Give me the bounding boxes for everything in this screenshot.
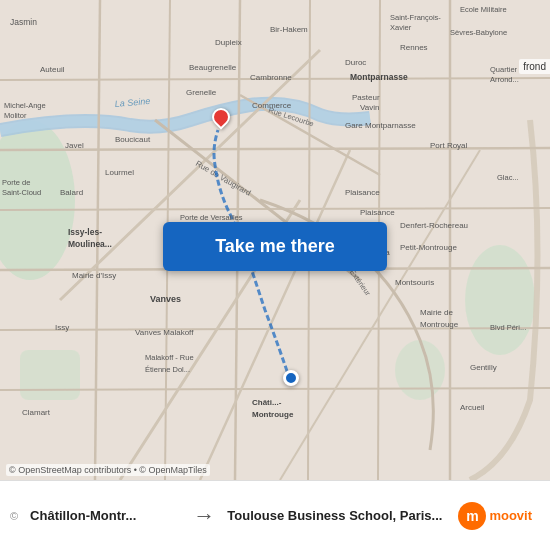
svg-text:Grenelle: Grenelle (186, 88, 217, 97)
svg-text:Auteuil: Auteuil (40, 65, 65, 74)
destination-marker (212, 108, 230, 126)
svg-text:Rennes: Rennes (400, 43, 428, 52)
svg-text:Lourmel: Lourmel (105, 168, 134, 177)
moovit-text: moovit (489, 508, 532, 523)
svg-text:Michel-Ange: Michel-Ange (4, 101, 46, 110)
svg-text:Gare Montparnasse: Gare Montparnasse (345, 121, 416, 130)
svg-text:Molitor: Molitor (4, 111, 27, 120)
svg-text:Petit-Montrouge: Petit-Montrouge (400, 243, 457, 252)
svg-text:Jasmin: Jasmin (10, 17, 37, 27)
svg-text:Vanves Malakoff: Vanves Malakoff (135, 328, 194, 337)
origin-marker (283, 370, 299, 386)
svg-text:Arcueil: Arcueil (460, 403, 485, 412)
moovit-logo: m moovit (450, 502, 540, 530)
top-right-credit: frond (519, 59, 550, 74)
svg-text:Porte de: Porte de (2, 178, 30, 187)
origin-station-name: Châtillon-Montr... (30, 508, 181, 523)
svg-text:Châti...-: Châti...- (252, 398, 282, 407)
moovit-icon: m (458, 502, 486, 530)
svg-text:Montparnasse: Montparnasse (350, 72, 408, 82)
map-attribution: © OpenStreetMap contributors • © OpenMap… (6, 464, 210, 476)
svg-text:Clamart: Clamart (22, 408, 51, 417)
svg-rect-3 (20, 350, 80, 400)
svg-text:Glac...: Glac... (497, 173, 519, 182)
route-arrow: → (189, 503, 219, 529)
svg-text:Porte de Versailles: Porte de Versailles (180, 213, 243, 222)
svg-text:Balard: Balard (60, 188, 83, 197)
svg-text:Duroc: Duroc (345, 58, 366, 67)
svg-text:Bir-Hakem: Bir-Hakem (270, 25, 308, 34)
svg-text:Vanves: Vanves (150, 294, 181, 304)
svg-text:Gentilly: Gentilly (470, 363, 497, 372)
svg-text:Vavin: Vavin (360, 103, 379, 112)
svg-text:Blvd Péri...: Blvd Péri... (490, 323, 526, 332)
svg-text:Plaisance: Plaisance (345, 188, 380, 197)
svg-point-2 (465, 245, 535, 355)
svg-text:Sèvres-Babylone: Sèvres-Babylone (450, 28, 507, 37)
svg-text:Montsouris: Montsouris (395, 278, 434, 287)
svg-text:Boucicaut: Boucicaut (115, 135, 151, 144)
svg-text:Xavier: Xavier (390, 23, 412, 32)
svg-text:Ecole Militaire: Ecole Militaire (460, 5, 507, 14)
svg-text:Plaisance: Plaisance (360, 208, 395, 217)
map-container: Rue de Vaugirard Rue Lecourbe Blvd Extér… (0, 0, 550, 480)
svg-text:Dupleix: Dupleix (215, 38, 242, 47)
destination-station-name: Toulouse Business School, Paris... (227, 508, 442, 523)
svg-text:Cambronne: Cambronne (250, 73, 292, 82)
svg-text:Arrond...: Arrond... (490, 75, 519, 84)
svg-text:Javel: Javel (65, 141, 84, 150)
svg-text:Saint-François-: Saint-François- (390, 13, 441, 22)
origin-station: Châtillon-Montr... (22, 508, 189, 523)
svg-text:Denfert-Rochereau: Denfert-Rochereau (400, 221, 468, 230)
svg-text:Pasteur: Pasteur (352, 93, 380, 102)
svg-text:Port Royal: Port Royal (430, 141, 468, 150)
svg-text:Étienne Dol...: Étienne Dol... (145, 365, 190, 374)
svg-text:Commerce: Commerce (252, 101, 292, 110)
svg-text:Malakoff - Rue: Malakoff - Rue (145, 353, 194, 362)
svg-text:Quartier: Quartier (490, 65, 518, 74)
svg-point-4 (395, 340, 445, 400)
svg-text:Moulinea...: Moulinea... (68, 239, 112, 249)
bottom-bar: © Châtillon-Montr... → Toulouse Business… (0, 480, 550, 550)
svg-text:Issy: Issy (55, 323, 69, 332)
svg-text:Montrouge: Montrouge (252, 410, 294, 419)
svg-text:Issy-les-: Issy-les- (68, 227, 102, 237)
take-me-there-button[interactable]: Take me there (163, 222, 387, 271)
svg-text:Mairie d'Issy: Mairie d'Issy (72, 271, 116, 280)
svg-text:Montrouge: Montrouge (420, 320, 459, 329)
copyright-icon: © (10, 510, 18, 522)
destination-station: Toulouse Business School, Paris... (219, 508, 450, 523)
svg-text:Beaugrenelle: Beaugrenelle (189, 63, 237, 72)
svg-text:Saint-Cloud: Saint-Cloud (2, 188, 41, 197)
svg-text:Mairie de: Mairie de (420, 308, 453, 317)
